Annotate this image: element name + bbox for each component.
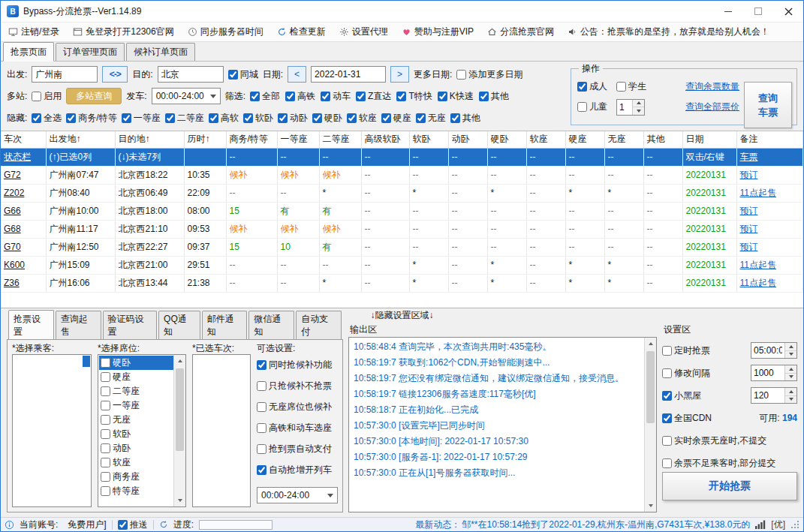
minimize-button[interactable] [713,1,743,22]
add-more-dates-checkbox[interactable]: 添加更多日期 [456,68,522,81]
filter-1-checkbox[interactable] [285,92,295,101]
seat-option-4[interactable]: 无座 [99,413,173,427]
scroll-up-icon[interactable] [174,355,185,367]
spin-up-icon[interactable] [785,343,796,351]
modify-interval-checkbox-input[interactable] [662,368,672,378]
multi-station-enable-input[interactable] [32,92,41,101]
query-all-prices-link[interactable]: 查询全部票价 [685,101,739,113]
hide-8[interactable]: 软座 [347,112,377,125]
column-header-9[interactable]: 动卧 [448,131,487,148]
column-header-8[interactable]: 软卧 [409,131,448,148]
seat-option-0-checkbox[interactable] [101,358,110,368]
filter-6-checkbox[interactable] [479,92,489,101]
filter-0-checkbox[interactable] [250,92,260,101]
blackroom-spinner[interactable] [751,387,797,404]
seat-option-8-checkbox[interactable] [101,472,110,482]
output-scrollbar[interactable] [644,338,656,512]
seat-option-5-checkbox[interactable] [101,429,110,439]
scrollbar-track[interactable] [174,367,185,494]
seat-option-6-checkbox[interactable] [101,443,110,453]
hide-7[interactable]: 硬卧 [312,112,342,125]
blackroom-input[interactable] [751,388,784,403]
timed-grab-time-spinner[interactable] [751,342,797,359]
resize-grip[interactable] [790,520,799,529]
timed-grab-checkbox-input[interactable] [662,346,672,356]
hide-11-checkbox[interactable] [450,113,460,123]
scroll-down-icon[interactable] [174,494,185,506]
hide-7-checkbox[interactable] [312,113,322,123]
query-tickets-button[interactable]: 查询车票 [744,82,792,128]
seat-option-9[interactable]: 特等座 [99,484,173,498]
settings-tab-0[interactable]: 抢票设置 [8,310,54,340]
hide-0[interactable]: 全选 [32,112,62,125]
filter-6[interactable]: 其他 [479,90,509,103]
adult-checkbox-input[interactable] [577,82,587,92]
hide-9[interactable]: 硬座 [381,112,411,125]
filter-3-checkbox[interactable] [356,92,366,101]
optional-setting-0[interactable]: 同时抢候补功能 [257,359,338,371]
multi-station-enable-checkbox[interactable]: 启用 [32,90,62,103]
hide-6[interactable]: 动卧 [278,112,308,125]
next-date-button[interactable]: > [390,66,409,83]
toolbar-set-proxy[interactable]: 设置代理 [339,26,388,38]
scroll-down-icon[interactable] [645,500,656,512]
partial-rule-checkbox-input[interactable] [662,458,672,468]
column-header-12[interactable]: 硬座 [565,131,604,148]
blackroom-checkbox[interactable]: 小黑屋 [662,389,701,402]
optional-setting-4-checkbox[interactable] [257,444,266,454]
spin-down-icon[interactable] [785,374,796,381]
hide-10-checkbox[interactable] [416,113,426,123]
spin-down-icon[interactable] [785,351,796,359]
interval-spinner[interactable] [751,365,797,381]
toolbar-sponsor-vip[interactable]: 赞助与注册VIP [402,26,474,38]
scroll-up-icon[interactable] [645,338,656,350]
national-cdn-checkbox-input[interactable] [662,413,672,423]
settings-tab-6[interactable]: 自动支付 [296,311,342,340]
seat-option-4-checkbox[interactable] [101,415,110,425]
child-checkbox[interactable]: 儿童 [577,101,607,113]
train-row-1[interactable]: Z202广州08:40北京西06:4922:09----*--*--*--**-… [1,184,803,202]
hide-0-checkbox[interactable] [32,113,41,123]
train-row-3[interactable]: G68广州南11:17北京西21:1009:53候补候补候补----------… [1,220,803,238]
toolbar-logout-login[interactable]: 注销/登录 [8,26,59,38]
timed-grab-time-input[interactable] [751,343,784,358]
blackroom-checkbox-input[interactable] [662,391,672,401]
spin-up-icon[interactable] [785,365,796,374]
optional-setting-2-checkbox[interactable] [257,402,266,412]
hide-5-checkbox[interactable] [243,113,253,123]
hide-2-checkbox[interactable] [122,113,131,123]
child-count-input[interactable] [617,100,632,115]
filter-2-checkbox[interactable] [321,92,330,101]
optional-setting-2[interactable]: 无座席位也候补 [257,401,338,413]
scrollbar-track[interactable] [645,350,656,500]
passenger-list[interactable] [12,354,92,507]
column-header-0[interactable]: 车次 [1,131,46,148]
filter-2[interactable]: 动车 [321,90,351,103]
prev-date-button[interactable]: < [288,66,306,83]
train-row-4[interactable]: G70广州南12:50北京西22:2709:371510有-----------… [1,238,803,256]
filter-5-checkbox[interactable] [438,92,447,101]
filter-3[interactable]: Z直达 [356,90,391,103]
push-checkbox[interactable]: 推送 [118,518,148,531]
spin-down-icon[interactable] [785,396,796,404]
column-header-2[interactable]: 目的地↑ [115,131,184,148]
toolbar-open-12306[interactable]: 免登录打开12306官网 [73,26,173,38]
same-city-checkbox[interactable]: 同城 [228,68,258,81]
hide-11[interactable]: 其他 [450,112,480,125]
column-header-10[interactable]: 硬卧 [487,131,526,148]
settings-tab-1[interactable]: 查询起售 [56,311,101,340]
spin-down-icon[interactable] [633,107,644,115]
column-header-3[interactable]: 历时↑ [184,131,226,148]
same-city-checkbox-input[interactable] [228,70,238,80]
main-tab-1[interactable]: 订单管理页面 [56,43,125,61]
optional-setting-0-checkbox[interactable] [257,360,266,370]
close-button[interactable] [773,1,803,22]
settings-tab-2[interactable]: 验证码设置 [103,311,157,340]
date-input[interactable] [311,66,386,83]
status-row[interactable]: 状态栏(↑)已选0列(↓)未选7列----------------------双… [1,148,803,166]
dest-input[interactable] [158,66,224,83]
multi-station-query-button[interactable]: 多站查询 [66,88,122,104]
seat-option-9-checkbox[interactable] [101,486,110,496]
seat-option-1[interactable]: 硬座 [99,370,173,384]
seat-option-7[interactable]: 软座 [99,455,173,470]
